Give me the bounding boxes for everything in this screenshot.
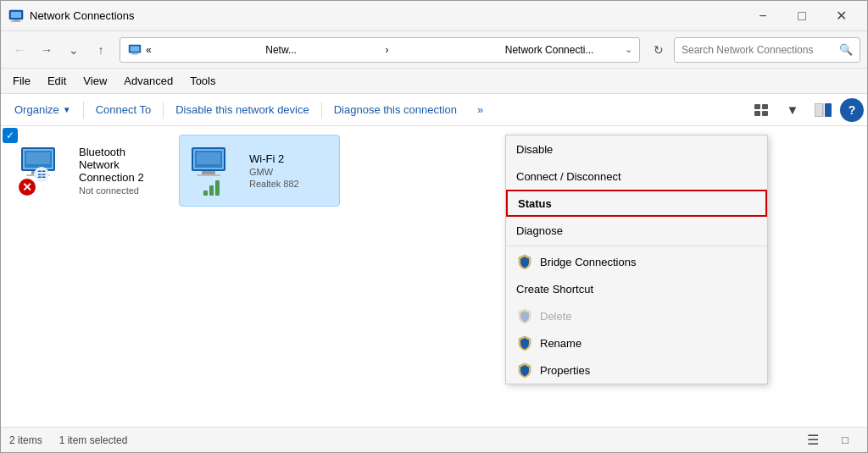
network-name-bluetooth: Bluetooth Network Connection 2 <box>79 146 164 184</box>
diagnose-button[interactable]: Diagnose this connection <box>324 97 467 124</box>
svg-rect-9 <box>762 104 768 109</box>
network-sub2-wifi: Realtek 882 <box>249 179 332 189</box>
organize-label: Organize <box>14 103 59 116</box>
menu-file[interactable]: File <box>4 71 39 91</box>
address-box[interactable]: « Netw... › Network Connecti... ⌄ <box>120 37 640 63</box>
network-info-wifi: Wi-Fi 2 GMW Realtek 882 <box>249 152 332 189</box>
view-dropdown-button[interactable]: ▼ <box>779 97 806 124</box>
organize-chevron: ▼ <box>63 105 71 114</box>
breadcrumb-part1: Netw... <box>265 44 381 56</box>
ctx-separator-1 <box>506 246 767 246</box>
svg-rect-30 <box>197 152 220 164</box>
chevron-down-icon: ⌄ <box>625 44 632 55</box>
connect-to-label: Connect To <box>96 103 152 116</box>
up-button[interactable]: ↑ <box>89 38 113 62</box>
breadcrumb-arrow: › <box>386 44 502 56</box>
view-grid-icon <box>754 104 770 116</box>
selection-check: ✓ <box>3 128 18 143</box>
svg-text:✕: ✕ <box>22 180 32 194</box>
shield-icon-rename <box>516 334 533 351</box>
address-bar: ← → ⌄ ↑ « Netw... › Network Connecti... … <box>1 31 867 69</box>
ctx-connect-disconnect[interactable]: Connect / Disconnect <box>506 163 767 190</box>
network-info-bluetooth: Bluetooth Network Connection 2 Not conne… <box>79 146 164 196</box>
ctx-diagnose[interactable]: Diagnose <box>506 217 767 244</box>
svg-rect-3 <box>13 19 19 21</box>
minimize-button[interactable]: − <box>743 1 782 31</box>
ctx-delete[interactable]: Delete <box>506 302 767 329</box>
network-item-bluetooth[interactable]: ✕ ☷ Bluetooth Network Connection 2 Not c… <box>9 135 170 207</box>
menu-tools[interactable]: Tools <box>181 71 224 91</box>
network-item-wifi2[interactable]: ✓ <box>179 135 340 207</box>
main-window: Network Connections − □ ✕ ← → ⌄ ↑ « Netw… <box>0 0 868 453</box>
svg-rect-31 <box>203 191 208 196</box>
ctx-properties[interactable]: Properties <box>506 356 767 384</box>
more-button[interactable]: » <box>467 97 493 124</box>
search-input[interactable] <box>682 44 836 56</box>
svg-text:☷: ☷ <box>37 169 46 180</box>
close-button[interactable]: ✕ <box>821 1 860 31</box>
svg-rect-6 <box>131 46 140 51</box>
title-bar: Network Connections − □ ✕ <box>1 1 867 31</box>
toolbar-separator-2 <box>163 102 164 119</box>
status-right: ☰ □ <box>799 427 859 454</box>
search-box: 🔍 <box>674 37 860 63</box>
change-view-button[interactable] <box>748 97 776 124</box>
svg-rect-33 <box>215 180 220 196</box>
ctx-status-label: Status <box>518 197 552 210</box>
network-name-wifi: Wi-Fi 2 <box>249 152 332 165</box>
signal-icon <box>203 177 225 196</box>
connect-to-button[interactable]: Connect To <box>86 97 162 124</box>
recent-locations-button[interactable]: ⌄ <box>62 38 86 62</box>
ctx-status[interactable]: Status <box>506 190 767 217</box>
network-icon-wrapper-bluetooth: ✕ ☷ <box>16 144 70 198</box>
menu-advanced[interactable]: Advanced <box>115 71 181 91</box>
diagnose-label: Diagnose this connection <box>334 103 457 116</box>
ctx-create-shortcut[interactable]: Create Shortcut <box>506 275 767 302</box>
address-icon <box>127 42 142 58</box>
search-icon: 🔍 <box>839 43 853 56</box>
network-status-bluetooth: Not connected <box>79 185 164 196</box>
ctx-bridge[interactable]: Bridge Connections <box>506 248 767 275</box>
svg-rect-10 <box>754 111 760 116</box>
breadcrumb-prefix: « <box>146 44 262 56</box>
back-button[interactable]: ← <box>8 38 31 62</box>
svg-rect-13 <box>825 103 832 117</box>
details-view-button[interactable]: ☰ <box>799 427 826 454</box>
ctx-delete-label: Delete <box>540 310 572 323</box>
svg-rect-12 <box>815 103 823 117</box>
breadcrumb-part2: Network Connecti... <box>505 44 621 56</box>
refresh-button[interactable]: ↻ <box>647 38 670 62</box>
svg-rect-2 <box>11 12 21 18</box>
svg-rect-32 <box>209 185 214 196</box>
ctx-rename[interactable]: Rename <box>506 329 767 356</box>
help-button[interactable]: ? <box>840 98 864 122</box>
ctx-properties-label: Properties <box>540 364 590 377</box>
ctx-rename-label: Rename <box>540 337 581 350</box>
shield-icon-properties <box>516 362 533 378</box>
ctx-create-shortcut-label: Create Shortcut <box>516 283 593 296</box>
svg-rect-11 <box>762 111 768 116</box>
preview-pane-button[interactable] <box>810 97 837 124</box>
svg-rect-28 <box>197 174 220 176</box>
toolbar-separator-1 <box>83 102 84 119</box>
content-area: ✕ ☷ Bluetooth Network Connection 2 Not c… <box>1 126 867 427</box>
ctx-disable[interactable]: Disable <box>506 135 767 163</box>
menu-edit[interactable]: Edit <box>39 71 75 91</box>
context-menu: Disable Connect / Disconnect Status Diag… <box>505 135 768 384</box>
maximize-button[interactable]: □ <box>782 1 821 31</box>
ctx-diagnose-label: Diagnose <box>516 224 563 237</box>
large-icons-button[interactable]: □ <box>832 427 859 454</box>
shield-icon-bridge <box>516 253 533 270</box>
disable-button[interactable]: Disable this network device <box>165 97 320 124</box>
toolbar: Organize ▼ Connect To Disable this netwo… <box>1 94 867 126</box>
svg-rect-19 <box>26 152 50 164</box>
menu-view[interactable]: View <box>75 71 115 91</box>
forward-button[interactable]: → <box>35 38 58 62</box>
more-label: » <box>477 103 483 116</box>
svg-rect-7 <box>131 52 137 54</box>
ctx-bridge-label: Bridge Connections <box>540 256 636 268</box>
network-icon-wrapper-wifi <box>186 144 241 198</box>
organize-button[interactable]: Organize ▼ <box>4 97 81 124</box>
network-sub1-wifi: GMW <box>249 167 332 177</box>
svg-rect-8 <box>754 104 760 109</box>
